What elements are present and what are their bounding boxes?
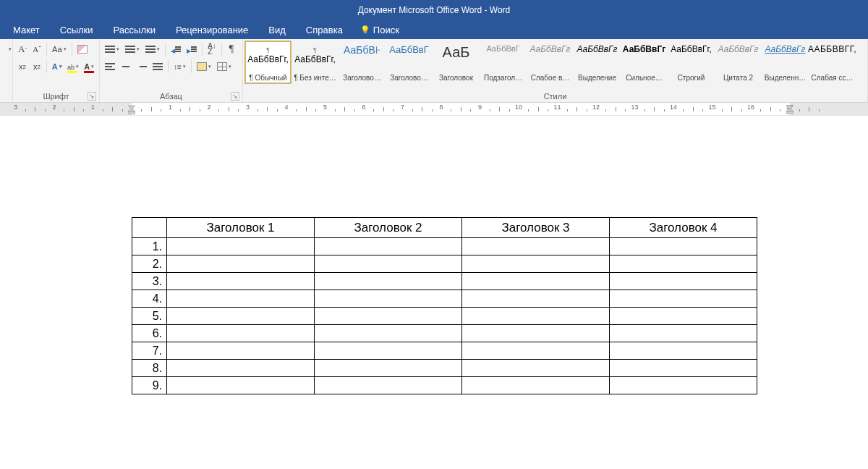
- table-cell[interactable]: [167, 255, 315, 273]
- tab-review[interactable]: Рецензирование: [166, 20, 258, 39]
- line-spacing-button[interactable]: ↕≡: [171, 59, 188, 74]
- table-row-number[interactable]: 3.: [132, 273, 167, 290]
- shrink-font-button[interactable]: ˇ: [30, 42, 43, 56]
- style-item[interactable]: АаБбВвГгСильное…: [621, 41, 668, 84]
- numbering-button[interactable]: [123, 42, 142, 56]
- table-row-number[interactable]: 4.: [132, 290, 167, 308]
- change-case-button[interactable]: Aa: [50, 42, 68, 56]
- style-item[interactable]: АаБбВвГгЦитата 2: [715, 41, 762, 84]
- table-row-number[interactable]: 9.: [132, 377, 167, 394]
- tab-help[interactable]: Справка: [296, 20, 353, 39]
- highlight-button[interactable]: ab: [65, 59, 80, 74]
- table-cell[interactable]: [610, 273, 757, 290]
- style-item[interactable]: АаБбВвГг,¶ Без инте…: [292, 41, 339, 84]
- table-row-number[interactable]: 1.: [132, 238, 167, 255]
- subscript-button[interactable]: 2: [16, 59, 29, 74]
- table-cell[interactable]: [462, 273, 610, 290]
- table-cell[interactable]: [462, 255, 610, 273]
- table-cell[interactable]: [610, 290, 757, 308]
- style-item[interactable]: АаБбВвГг,¶ Обычный: [244, 41, 292, 84]
- table-cell[interactable]: [315, 255, 462, 273]
- style-item[interactable]: АаБбВвГПодзагол…: [480, 41, 527, 84]
- table-cell[interactable]: [315, 342, 462, 360]
- table-cell[interactable]: [610, 325, 757, 342]
- table-cell[interactable]: [315, 308, 462, 325]
- table-cell[interactable]: [610, 308, 757, 325]
- tab-view[interactable]: Вид: [258, 20, 296, 39]
- table-cell[interactable]: [315, 325, 462, 342]
- table-header-cell[interactable]: Заголовок 4: [610, 218, 757, 238]
- table-cell[interactable]: [610, 342, 757, 360]
- table-row-number[interactable]: 5.: [132, 308, 167, 325]
- show-marks-button[interactable]: ¶: [225, 42, 238, 56]
- table-row-number[interactable]: 2.: [132, 255, 167, 273]
- table-cell[interactable]: [167, 325, 315, 342]
- style-item[interactable]: АаБбВвГЗаголово…: [386, 41, 433, 84]
- table-header-cell[interactable]: Заголовок 3: [462, 218, 610, 238]
- tell-me-search[interactable]: 💡 Поиск: [353, 25, 407, 35]
- align-right-button[interactable]: [135, 59, 149, 74]
- table-cell[interactable]: [610, 377, 757, 394]
- table-cell[interactable]: [462, 308, 610, 325]
- paragraph-dialog-launcher[interactable]: ↘: [231, 92, 239, 101]
- table-cell[interactable]: [462, 377, 610, 394]
- style-item[interactable]: АаБЗаголовок: [433, 41, 480, 84]
- table-cell[interactable]: [167, 273, 315, 290]
- clear-format-button[interactable]: [75, 42, 90, 56]
- table-cell[interactable]: [462, 325, 610, 342]
- align-left-button[interactable]: [103, 59, 117, 74]
- sort-button[interactable]: A↓Z: [205, 42, 218, 56]
- table-cell[interactable]: [167, 290, 315, 308]
- increase-indent-button[interactable]: ▶: [184, 42, 199, 56]
- table-cell[interactable]: [315, 273, 462, 290]
- multilevel-list-button[interactable]: [143, 42, 162, 56]
- shading-button[interactable]: [195, 59, 213, 74]
- bullets-button[interactable]: [103, 42, 122, 56]
- style-item[interactable]: АаБбВвГгВыделение: [574, 41, 621, 84]
- style-item[interactable]: АаБбВ⊦Заголово…: [339, 41, 386, 84]
- tab-mailings[interactable]: Рассылки: [103, 20, 166, 39]
- font-dialog-launcher[interactable]: ↘: [88, 92, 96, 101]
- table-cell[interactable]: [462, 238, 610, 255]
- document-table[interactable]: Заголовок 1Заголовок 2Заголовок 3Заголов…: [132, 217, 757, 394]
- grow-font-button[interactable]: ˆ: [16, 42, 29, 56]
- table-cell[interactable]: [315, 377, 462, 394]
- table-cell[interactable]: [167, 360, 315, 377]
- table-cell[interactable]: [167, 342, 315, 360]
- text-effects-button[interactable]: A: [50, 59, 64, 74]
- table-row-number[interactable]: 6.: [132, 325, 167, 342]
- table-cell[interactable]: [610, 238, 757, 255]
- tab-references[interactable]: Ссылки: [50, 20, 103, 39]
- decrease-indent-button[interactable]: ◀: [169, 42, 183, 56]
- superscript-button[interactable]: x2: [30, 59, 43, 74]
- table-cell[interactable]: [462, 342, 610, 360]
- table-cell[interactable]: [610, 360, 757, 377]
- style-item[interactable]: АаБбВвГгВыделенн…: [762, 41, 809, 84]
- table-header-cell[interactable]: Заголовок 1: [167, 218, 315, 238]
- table-cell[interactable]: [462, 290, 610, 308]
- table-cell[interactable]: [610, 255, 757, 273]
- document-area[interactable]: Заголовок 1Заголовок 2Заголовок 3Заголов…: [0, 116, 868, 469]
- table-cell[interactable]: [167, 377, 315, 394]
- font-color-button[interactable]: A: [82, 59, 96, 74]
- style-item[interactable]: АаБбВвГг,Строгий: [668, 41, 715, 84]
- table-cell[interactable]: [462, 360, 610, 377]
- table-cell[interactable]: [167, 238, 315, 255]
- table-cell[interactable]: [315, 238, 462, 255]
- borders-button[interactable]: [215, 59, 234, 74]
- page[interactable]: Заголовок 1Заголовок 2Заголовок 3Заголов…: [0, 123, 868, 394]
- tab-layout[interactable]: Макет: [3, 20, 50, 39]
- table-cell[interactable]: [167, 308, 315, 325]
- horizontal-ruler[interactable]: 3211234567891011121314151617: [0, 103, 868, 116]
- table-cell[interactable]: [315, 360, 462, 377]
- style-item[interactable]: ААББВВГГ,Слабая сс…: [809, 41, 856, 84]
- table-cell[interactable]: [315, 290, 462, 308]
- align-center-button[interactable]: [119, 59, 133, 74]
- table-row-number[interactable]: 7.: [132, 342, 167, 360]
- svg-marker-4: [786, 108, 793, 111]
- justify-button[interactable]: [150, 59, 165, 74]
- style-item[interactable]: АаБбВвГгСлабое в…: [527, 41, 574, 84]
- style-sample: АаБбВвГг: [718, 44, 759, 54]
- table-header-cell[interactable]: Заголовок 2: [315, 218, 462, 238]
- table-row-number[interactable]: 8.: [132, 360, 167, 377]
